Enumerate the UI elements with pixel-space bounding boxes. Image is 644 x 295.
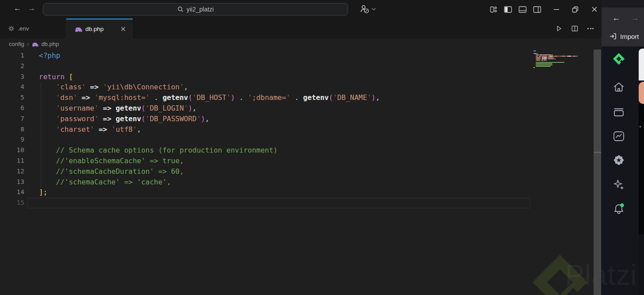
achievement-badge-icon[interactable]	[612, 153, 625, 167]
breadcrumb: config › db.php	[0, 38, 594, 50]
editor-actions	[554, 19, 595, 38]
code-line[interactable]: 14];	[0, 187, 594, 198]
line-number: 12	[0, 166, 24, 177]
code-line[interactable]: 11 //'enableSchemaCache' => true,	[0, 156, 594, 166]
import-label: Import	[620, 33, 639, 40]
restore-window-icon[interactable]	[568, 0, 583, 19]
line-number: 2	[0, 61, 24, 72]
account-icon	[360, 4, 370, 14]
code-line[interactable]: 4 'class' => 'yii\db\Connection',	[0, 82, 594, 92]
breadcrumb-file[interactable]: db.php	[41, 41, 59, 47]
line-number: 9	[0, 134, 24, 145]
tab-bar: .env db.php	[0, 19, 602, 38]
code-line[interactable]: 5 'dsn' => 'mysql:host=' . getenv('DB_HO…	[0, 92, 594, 103]
code-line[interactable]: 8 'charset' => 'utf8',	[0, 124, 594, 135]
code-line[interactable]: 13 //'schemaCache' => 'cache',	[0, 177, 594, 188]
indent-guide	[41, 82, 41, 188]
green-dot	[640, 126, 641, 127]
code-line[interactable]: 3return [	[0, 72, 594, 82]
scrollbar-notch	[594, 152, 601, 153]
line-number: 3	[0, 72, 24, 82]
tab-db-php[interactable]: db.php	[66, 19, 133, 38]
line-number: 8	[0, 124, 24, 135]
line-number: 14	[0, 187, 24, 198]
code-editor[interactable]: 1<?php23return [4 'class' => 'yii\db\Con…	[0, 50, 594, 295]
code-line[interactable]: 6 'username' => getenv('DB_LOGIN'),	[0, 103, 594, 114]
home-icon[interactable]	[612, 80, 625, 94]
platzi-panel: ← → Import	[602, 0, 644, 295]
code-line[interactable]: 1<?php	[0, 50, 594, 61]
search-text: yii2_platzi	[187, 6, 214, 13]
notification-bell-icon[interactable]	[612, 202, 625, 215]
minimize-icon[interactable]	[549, 0, 564, 19]
code-line[interactable]: 10 // Schema cache options (for producti…	[0, 145, 594, 156]
panel-top-strip	[602, 0, 644, 8]
box-icon[interactable]	[612, 105, 625, 118]
content-card-edge	[639, 49, 644, 80]
customize-layout-icon[interactable]	[486, 0, 501, 19]
gear-icon	[8, 25, 15, 32]
close-window-icon[interactable]	[587, 0, 602, 19]
line-number: 15	[0, 198, 24, 208]
code-line[interactable]: 7 'password' => getenv('DB_PASSWORD'),	[0, 114, 594, 124]
chevron-right-icon: ›	[27, 40, 29, 47]
line-number: 1	[0, 50, 24, 61]
tab-label: db.php	[85, 26, 115, 32]
titlebar: ← → yii2_platzi	[0, 0, 602, 19]
video-edge	[639, 104, 644, 234]
current-line-highlight	[27, 198, 530, 208]
code-line[interactable]: 9	[0, 134, 594, 145]
more-actions-icon[interactable]	[586, 24, 595, 34]
line-number: 10	[0, 145, 24, 156]
minimap[interactable]	[533, 50, 592, 69]
line-number: 4	[0, 82, 24, 92]
panel-content-strip	[639, 46, 644, 295]
platzi-logo-icon[interactable]	[612, 52, 625, 65]
php-elephant-icon	[31, 41, 38, 47]
split-editor-icon[interactable]	[570, 24, 579, 34]
panel-nav: ← → Import	[602, 8, 644, 46]
history-back-icon[interactable]: ←	[14, 4, 21, 13]
php-elephant-icon	[74, 26, 82, 33]
panel-icon-rail	[602, 46, 639, 295]
breadcrumb-folder[interactable]: config	[9, 41, 24, 47]
notification-dot	[621, 203, 624, 207]
search-icon	[177, 6, 184, 12]
toggle-primary-sidebar-icon[interactable]	[501, 0, 515, 19]
code-line[interactable]: 2	[0, 61, 594, 72]
chevron-down-icon	[372, 8, 376, 11]
account-menu[interactable]	[360, 4, 376, 14]
window-controls	[486, 0, 602, 19]
line-number: 6	[0, 103, 24, 114]
tab-env[interactable]: .env	[0, 19, 66, 38]
history-forward-icon[interactable]: →	[28, 4, 35, 13]
ai-sparkles-icon[interactable]	[612, 178, 625, 191]
line-number: 5	[0, 92, 24, 103]
toggle-panel-icon[interactable]	[515, 0, 530, 19]
progress-chart-icon[interactable]	[612, 129, 625, 142]
panel-body	[602, 46, 644, 295]
close-tab-icon[interactable]	[119, 25, 127, 34]
command-center-search[interactable]: yii2_platzi	[43, 3, 348, 15]
vertical-scrollbar[interactable]	[594, 50, 601, 295]
tab-label: .env	[18, 25, 61, 32]
run-icon[interactable]	[554, 24, 564, 34]
vscode-window: ← → yii2_platzi	[0, 0, 602, 295]
line-number: 7	[0, 114, 24, 124]
code-lines: 1<?php23return [4 'class' => 'yii\db\Con…	[0, 50, 594, 208]
code-line[interactable]: 12 //'schemaCacheDuration' => 60,	[0, 166, 594, 177]
panel-forward-icon[interactable]: →	[631, 13, 639, 23]
illustration-edge	[639, 82, 644, 104]
line-number: 11	[0, 156, 24, 166]
import-icon	[609, 32, 617, 40]
screen: ← → yii2_platzi	[0, 0, 644, 295]
panel-back-icon[interactable]: ←	[612, 13, 621, 23]
import-button[interactable]: Import	[609, 32, 639, 40]
toggle-secondary-sidebar-icon[interactable]	[530, 0, 544, 19]
line-number: 13	[0, 177, 24, 188]
